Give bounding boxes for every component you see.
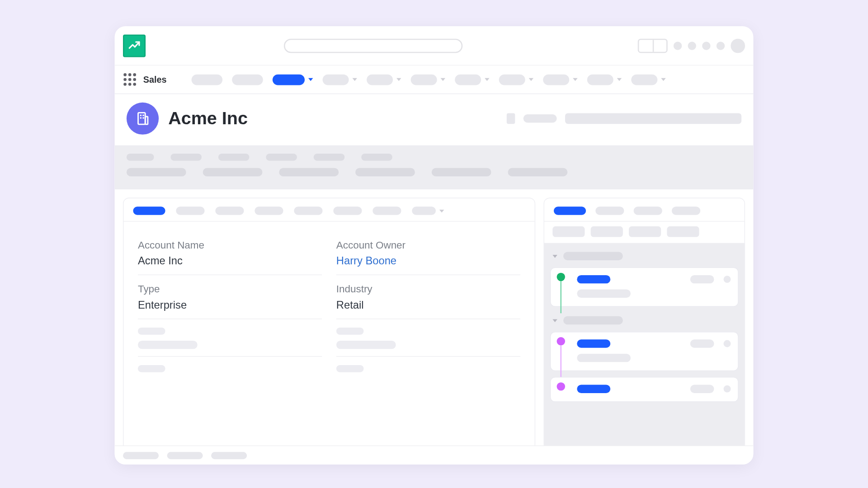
timeline-item[interactable]	[550, 267, 738, 307]
header-icon-placeholder[interactable]	[702, 42, 710, 50]
field-placeholder[interactable]	[138, 357, 322, 379]
field-industry[interactable]: Industry Retail	[336, 275, 520, 319]
composer-tab-placeholder[interactable]	[552, 226, 585, 237]
chevron-down-icon	[485, 78, 490, 81]
field-account-owner[interactable]: Account Owner Harry Boone	[336, 231, 520, 275]
composer-tab-placeholder[interactable]	[629, 226, 661, 237]
nav-tab-placeholder[interactable]	[455, 74, 489, 85]
svg-rect-1	[140, 115, 142, 116]
highlights-panel	[115, 145, 754, 190]
highlight-value-placeholder	[508, 168, 567, 176]
nav-tab-placeholder[interactable]	[543, 74, 577, 85]
activity-tab-placeholder[interactable]	[634, 206, 662, 215]
details-tabset	[123, 198, 534, 221]
svg-rect-5	[145, 117, 148, 124]
highlight-label-placeholder	[266, 154, 297, 161]
nav-tab-placeholder[interactable]	[632, 74, 666, 85]
nav-tab-placeholder[interactable]	[232, 74, 263, 85]
details-tab-placeholder[interactable]	[255, 206, 283, 215]
header-icon-placeholder[interactable]	[717, 42, 725, 50]
field-value: Enterprise	[138, 299, 322, 312]
global-search-input[interactable]	[284, 38, 462, 53]
header-icon-placeholder[interactable]	[674, 42, 682, 50]
details-tab-placeholder[interactable]	[373, 206, 401, 215]
composer-tab-placeholder[interactable]	[667, 226, 699, 237]
utility-item-placeholder[interactable]	[211, 452, 247, 459]
highlight-value-placeholder	[279, 168, 339, 176]
nav-tab-placeholder[interactable]	[587, 74, 622, 85]
nav-tab-placeholder[interactable]	[411, 74, 445, 85]
action-button-placeholder[interactable]	[507, 113, 515, 124]
details-tab-overflow[interactable]	[412, 206, 444, 215]
chevron-down-icon	[396, 78, 401, 81]
activity-tab-placeholder[interactable]	[595, 206, 624, 215]
field-label-placeholder	[138, 328, 165, 335]
timeline-marker-icon	[557, 273, 565, 281]
activity-tab-active[interactable]	[554, 206, 586, 215]
activity-tab-placeholder[interactable]	[672, 206, 700, 215]
record-header-actions	[507, 113, 741, 124]
action-bar-placeholder[interactable]	[565, 113, 741, 124]
details-tab-placeholder[interactable]	[215, 206, 244, 215]
timeline-item-action-placeholder[interactable]	[724, 385, 731, 393]
timeline-item-title-placeholder	[577, 275, 610, 283]
field-value-placeholder	[138, 341, 198, 349]
avatar[interactable]	[731, 38, 745, 53]
details-tab-active[interactable]	[133, 206, 165, 215]
action-button-placeholder[interactable]	[524, 114, 557, 122]
field-account-name[interactable]: Account Name Acme Inc	[138, 231, 322, 275]
header-icon-placeholder[interactable]	[688, 42, 696, 50]
field-label-placeholder	[336, 328, 364, 335]
utility-item-placeholder[interactable]	[123, 452, 159, 459]
field-label-placeholder	[336, 365, 364, 372]
field-value-link[interactable]: Harry Boone	[336, 255, 520, 267]
timeline-item-meta-placeholder	[690, 339, 714, 347]
trending-up-icon	[128, 39, 141, 52]
timeline-section-header[interactable]	[550, 313, 738, 328]
field-type[interactable]: Type Enterprise	[138, 275, 322, 319]
app-logo[interactable]	[123, 34, 146, 57]
timeline-section-label-placeholder	[563, 252, 623, 260]
timeline-item[interactable]	[550, 377, 738, 402]
record-body: Account Name Acme Inc Account Owner Harr…	[115, 189, 754, 450]
chevron-down-icon	[552, 319, 557, 322]
highlight-value-placeholder	[355, 168, 415, 176]
timeline-item-title-placeholder	[577, 339, 610, 347]
field-label: Account Name	[138, 239, 322, 251]
global-header-actions	[638, 38, 745, 53]
field-placeholder[interactable]	[336, 319, 520, 357]
timeline-item-action-placeholder[interactable]	[724, 340, 731, 347]
composer-tab-placeholder[interactable]	[591, 226, 623, 237]
nav-tab-placeholder[interactable]	[323, 74, 357, 85]
details-tab-placeholder[interactable]	[176, 206, 204, 215]
record-header: Acme Inc	[115, 94, 754, 145]
timeline-marker-icon	[557, 337, 565, 345]
utility-bar	[115, 446, 754, 465]
chevron-down-icon	[661, 78, 666, 81]
timeline-item[interactable]	[550, 332, 738, 371]
app-launcher-icon[interactable]	[123, 73, 136, 86]
highlight-label-placeholder	[127, 154, 154, 161]
field-placeholder[interactable]	[138, 319, 322, 357]
timeline-section-header[interactable]	[550, 249, 738, 264]
timeline-item-action-placeholder[interactable]	[724, 276, 731, 283]
details-tab-placeholder[interactable]	[333, 206, 362, 215]
chevron-down-icon	[529, 78, 534, 81]
utility-item-placeholder[interactable]	[167, 452, 203, 459]
nav-tab-placeholder[interactable]	[367, 74, 401, 85]
svg-rect-3	[140, 117, 142, 118]
nav-tab-active[interactable]	[273, 74, 313, 85]
header-toggle[interactable]	[638, 38, 668, 53]
global-header	[115, 26, 754, 66]
field-value-placeholder	[336, 341, 396, 349]
timeline-item-subtext-placeholder	[577, 290, 631, 298]
details-tab-placeholder[interactable]	[294, 206, 322, 215]
timeline-marker-icon	[557, 382, 565, 390]
field-placeholder[interactable]	[336, 357, 520, 379]
field-value: Acme Inc	[138, 255, 322, 267]
record-title: Acme Inc	[168, 108, 248, 129]
field-label: Account Owner	[336, 239, 520, 251]
nav-tab-placeholder[interactable]	[192, 74, 223, 85]
chevron-down-icon	[573, 78, 578, 81]
nav-tab-placeholder[interactable]	[499, 74, 533, 85]
